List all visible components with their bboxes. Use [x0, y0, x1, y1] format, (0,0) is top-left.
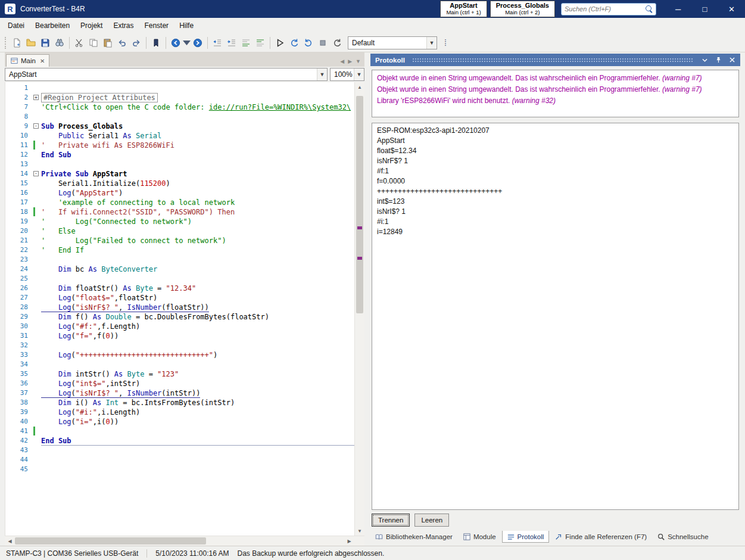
code-line-11[interactable]: 11' Private wifi As ESP8266WiFi — [5, 141, 354, 150]
menu-extras[interactable]: Extras — [108, 18, 139, 33]
cut-icon[interactable] — [72, 36, 86, 50]
code-line-2[interactable]: 2+#Region Project Attributes — [5, 93, 354, 102]
code-line-38[interactable]: 38 Dim i() As Int = bc.IntsFromBytes(int… — [5, 398, 354, 407]
maximize-button[interactable]: □ — [691, 0, 718, 18]
pin-icon[interactable] — [713, 55, 724, 65]
close-panel-icon[interactable] — [727, 55, 737, 65]
collapsed-region[interactable]: #Region Project Attributes — [41, 93, 158, 102]
code-editor[interactable]: 12+#Region Project Attributes7'Ctrl+Clic… — [5, 82, 364, 536]
search-input[interactable] — [565, 5, 646, 13]
code-line-20[interactable]: 20' Else — [5, 226, 354, 236]
code-line-35[interactable]: 35 Dim intStr() As Byte = "123" — [5, 369, 354, 379]
copy-icon[interactable] — [86, 36, 101, 50]
menu-bearbeiten[interactable]: Bearbeiten — [30, 18, 75, 33]
paste-icon[interactable] — [101, 36, 115, 50]
compiler-warning[interactable]: Objekt wurde in einen String umgewandelt… — [377, 73, 734, 84]
log-output-box[interactable]: ESP-ROM:esp32c3-api1-20210207AppStartflo… — [372, 123, 739, 510]
reload-icon[interactable] — [330, 36, 344, 50]
panel-menu-icon[interactable] — [700, 55, 710, 65]
close-button[interactable]: ✕ — [718, 0, 745, 18]
menu-datei[interactable]: Datei — [2, 18, 30, 33]
code-line-10[interactable]: 10 Public Serial1 As Serial — [5, 131, 354, 141]
code-line-13[interactable]: 13 — [5, 160, 354, 169]
search-icon[interactable] — [646, 5, 653, 13]
code-line-33[interactable]: 33 Log("++++++++++++++++++++++++++++++") — [5, 350, 354, 360]
vertical-splitter[interactable] — [364, 52, 370, 546]
fold-toggle-icon[interactable]: + — [33, 95, 39, 100]
code-line-7[interactable]: 7'Ctrl+Click to open the C code folder: … — [5, 102, 354, 112]
clean-project-icon[interactable] — [287, 36, 301, 50]
sub-selector-combobox[interactable]: AppStart ▼ — [5, 68, 328, 81]
comment-icon[interactable] — [239, 36, 253, 50]
recompile-icon[interactable] — [301, 36, 316, 50]
panel-drag-grip[interactable] — [412, 58, 693, 63]
panel-tab-bibliotheken-manager[interactable]: Bibliotheken-Manager — [370, 531, 457, 542]
build-profile-combobox[interactable]: Default ▼ — [348, 36, 437, 49]
hscroll-thumb[interactable] — [15, 537, 206, 545]
titlebar-module-tab-process-globals[interactable]: Process_GlobalsMain (ctrl + 2) — [490, 1, 555, 17]
run-icon[interactable] — [273, 36, 287, 50]
scroll-right-icon[interactable]: ▶ — [344, 536, 354, 546]
clear-logs-button[interactable]: Leeren — [414, 514, 449, 527]
code-line-16[interactable]: 16 Log("AppStart") — [5, 188, 354, 198]
code-line-31[interactable]: 31 Log("f=",f(0)) — [5, 331, 354, 341]
code-line-26[interactable]: 26 Dim floatStr() As Byte = "12.34" — [5, 284, 354, 293]
code-line-29[interactable]: 29 Dim f() As Double = bc.DoublesFromByt… — [5, 312, 354, 322]
code-line-25[interactable]: 25 — [5, 274, 354, 284]
code-line-37[interactable]: 37 Log("isNrI$? ", IsNumber(intStr)) — [5, 388, 354, 398]
code-line-14[interactable]: 14-Private Sub AppStart — [5, 169, 354, 179]
menu-projekt[interactable]: Projekt — [75, 18, 108, 33]
code-line-28[interactable]: 28 Log("isNrF$? ", IsNumber(floatStr)) — [5, 303, 354, 312]
zoom-combobox[interactable]: 100% ▼ — [330, 68, 364, 81]
panel-tab-module[interactable]: Module — [459, 531, 501, 542]
chevron-down-icon[interactable]: ▼ — [426, 37, 437, 49]
save-icon[interactable] — [38, 36, 52, 50]
new-module-icon[interactable] — [10, 36, 24, 50]
disconnect-button[interactable]: Trennen — [372, 514, 410, 527]
code-line-9[interactable]: 9-Sub Process_Globals — [5, 122, 354, 131]
compiler-warnings-box[interactable]: Objekt wurde in einen String umgewandelt… — [372, 70, 739, 117]
quick-search-box[interactable] — [561, 3, 656, 15]
menu-hilfe[interactable]: Hilfe — [174, 18, 199, 33]
undo-icon[interactable] — [115, 36, 129, 50]
fold-toggle-icon[interactable]: - — [33, 123, 39, 129]
code-line-22[interactable]: 22' End If — [5, 245, 354, 255]
outdent-icon[interactable] — [210, 36, 225, 50]
code-line-44[interactable]: 44 — [5, 455, 354, 465]
document-tab-main[interactable]: Main ✕ — [6, 54, 49, 67]
menu-fenster[interactable]: Fenster — [139, 18, 174, 33]
code-line-19[interactable]: 19' Log("Connected to network") — [5, 217, 354, 226]
stop-icon[interactable] — [316, 36, 330, 50]
chevron-down-icon[interactable]: ▼ — [317, 69, 327, 80]
compiler-warning[interactable]: Library 'rESP8266WiFi' wird nicht benutz… — [377, 95, 734, 107]
find-module-icon[interactable] — [52, 36, 67, 50]
minimize-button[interactable]: ─ — [665, 0, 691, 18]
navigate-back-icon[interactable] — [169, 36, 183, 50]
code-line-27[interactable]: 27 Log("float$=",floatStr) — [5, 293, 354, 303]
vscroll-track[interactable] — [355, 92, 364, 526]
code-line-18[interactable]: 18' If wifi.Connect2("SSID", "PASSWORD")… — [5, 207, 354, 217]
close-tab-icon[interactable]: ✕ — [40, 58, 45, 64]
bookmark-icon[interactable] — [149, 36, 163, 50]
tab-list-icon[interactable]: ▼ — [356, 58, 361, 64]
navigate-forward-icon[interactable] — [191, 36, 205, 50]
logs-panel-header[interactable]: Protokoll — [370, 54, 740, 66]
uncomment-icon[interactable] — [253, 36, 267, 50]
fold-toggle-icon[interactable]: - — [33, 171, 39, 176]
code-line-39[interactable]: 39 Log("#i:",i.Length) — [5, 407, 354, 417]
code-line-21[interactable]: 21' Log("Failed to connect to network") — [5, 236, 354, 245]
scroll-tabs-right-icon[interactable]: ▶ — [348, 58, 352, 64]
panel-tab-schnellsuche[interactable]: Schnellsuche — [653, 531, 713, 542]
titlebar-module-tab-appstart[interactable]: AppStartMain (ctrl + 1) — [440, 1, 487, 17]
code-line-42[interactable]: 42End Sub — [5, 436, 354, 446]
redo-icon[interactable] — [129, 36, 144, 50]
code-line-40[interactable]: 40 Log("i=",i(0)) — [5, 417, 354, 427]
code-line-1[interactable]: 1 — [5, 83, 354, 93]
code-line-23[interactable]: 23 — [5, 255, 354, 265]
hscroll-track[interactable] — [15, 536, 344, 546]
chevron-down-icon[interactable]: ▼ — [354, 69, 364, 80]
code-line-34[interactable]: 34 — [5, 360, 354, 369]
back-history-icon[interactable] — [183, 36, 191, 50]
code-area[interactable]: 12+#Region Project Attributes7'Ctrl+Clic… — [5, 82, 354, 536]
scroll-tabs-left-icon[interactable]: ◀ — [340, 58, 344, 64]
